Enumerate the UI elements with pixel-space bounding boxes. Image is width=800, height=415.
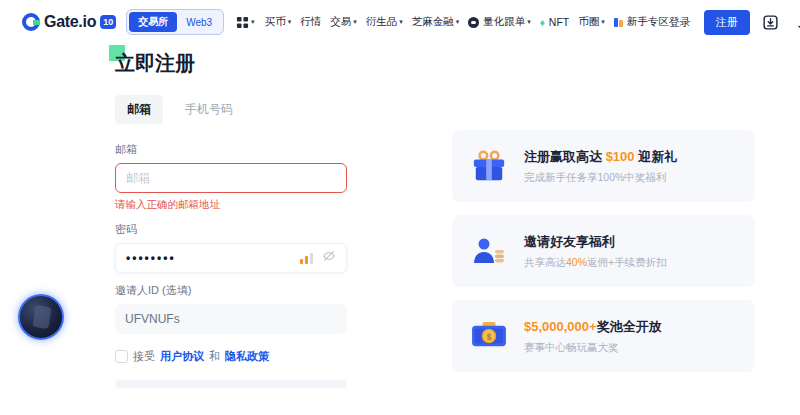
support-chat-widget[interactable]: [18, 294, 64, 340]
prize-pool-icon: $: [470, 320, 508, 352]
chevron-down-icon: ▾: [353, 18, 357, 26]
promo-subtitle: 赛事中心畅玩赢大奖: [524, 341, 662, 355]
tab-email[interactable]: 邮箱: [115, 95, 163, 124]
nav-nft[interactable]: ♦ NFT: [540, 16, 570, 28]
nav-finance[interactable]: 芝麻金融 ▾: [412, 15, 460, 29]
promo-text: 邀请好友享福利 共享高达40%返佣+手续费折扣: [524, 233, 667, 270]
chevron-down-icon: ▾: [251, 18, 255, 26]
nav-label: 币圈: [578, 15, 599, 29]
nav-crypto-circle[interactable]: 币圈 ▾: [578, 15, 605, 29]
gateio-logo[interactable]: Gate.io 10: [22, 13, 116, 31]
promo-title: 邀请好友享福利: [524, 233, 667, 251]
promo-subtitle: 完成新手任务享100%中奖福利: [524, 171, 677, 185]
register-button[interactable]: 注册: [704, 10, 750, 35]
apps-grid-icon: [236, 16, 249, 29]
download-app-icon[interactable]: [763, 14, 779, 30]
register-method-tabs: 邮箱 手机号码: [115, 95, 347, 124]
nav-label: 衍生品: [366, 15, 398, 29]
nft-gem-icon: ♦: [540, 17, 545, 28]
promo-card-welcome-gift[interactable]: 注册赢取高达 $100 迎新礼 完成新手任务享100%中奖福利: [452, 130, 755, 202]
promo-text: $5,000,000+奖池全开放 赛事中心畅玩赢大奖: [524, 318, 662, 355]
password-label: 密码: [115, 222, 347, 237]
nav-label: 量化跟单: [483, 15, 525, 29]
nav-label: 交易: [330, 15, 351, 29]
nav-copy-trading[interactable]: 量化跟单 ▾: [468, 15, 531, 29]
newbie-zone-icon: [614, 18, 623, 27]
top-nav: Gate.io 10 交易所 Web3 ▾ 买币 ▾ 行情 交易 ▾: [0, 0, 800, 44]
product-toggle: 交易所 Web3: [126, 9, 224, 35]
promo-title: 注册赢取高达 $100 迎新礼: [524, 148, 677, 166]
terms-link[interactable]: 用户协议: [160, 349, 204, 364]
register-submit-button[interactable]: [115, 380, 347, 388]
nav-newbie-zone[interactable]: 新手专区: [614, 15, 669, 29]
main-menu: 买币 ▾ 行情 交易 ▾ 衍生品 ▾ 芝麻金融 ▾ 量化跟单 ▾: [265, 15, 669, 29]
login-link[interactable]: 登录: [669, 15, 691, 30]
anniversary-badge: 10: [100, 15, 116, 29]
nav-label: NFT: [549, 16, 569, 28]
promo-card-prize-pool[interactable]: $ $5,000,000+奖池全开放 赛事中心畅玩赢大奖: [452, 300, 755, 372]
invite-friends-icon: [470, 235, 508, 267]
agreement-row: 接受 用户协议 和 隐私政策: [115, 349, 347, 364]
main-content: 立即注册 邮箱 手机号码 邮箱 请输入正确的邮箱地址 密码 ••••••••: [0, 44, 800, 415]
email-label: 邮箱: [115, 142, 347, 157]
svg-text:$: $: [487, 332, 492, 342]
chevron-down-icon: ▾: [288, 18, 292, 26]
agreement-checkbox[interactable]: [115, 350, 128, 363]
copy-trading-icon: [468, 17, 479, 28]
password-input[interactable]: ••••••••: [115, 243, 347, 273]
gift-icon: [470, 149, 508, 183]
agreement-prefix: 接受: [133, 349, 155, 364]
chevron-down-icon: ▾: [601, 18, 605, 26]
nav-markets[interactable]: 行情: [300, 15, 321, 29]
nav-label: 芝麻金融: [412, 15, 454, 29]
nav-buy-crypto[interactable]: 买币 ▾: [265, 15, 292, 29]
toggle-exchange[interactable]: 交易所: [129, 12, 177, 32]
page-title: 立即注册: [115, 50, 347, 77]
promo-list: 注册赢取高达 $100 迎新礼 完成新手任务享100%中奖福利: [452, 130, 755, 385]
chevron-down-icon: ▾: [456, 18, 460, 26]
nav-label: 行情: [300, 15, 321, 29]
apps-grid-button[interactable]: ▾: [236, 16, 255, 29]
promo-title: $5,000,000+奖池全开放: [524, 318, 662, 336]
nav-label: 新手专区: [627, 15, 669, 29]
register-form: 立即注册 邮箱 手机号码 邮箱 请输入正确的邮箱地址 密码 ••••••••: [115, 50, 347, 388]
nav-label: 买币: [265, 15, 286, 29]
chevron-down-icon: ▾: [527, 18, 531, 26]
nav-derivatives[interactable]: 衍生品 ▾: [366, 15, 403, 29]
promo-subtitle: 共享高达40%返佣+手续费折扣: [524, 256, 667, 270]
inviter-id-label: 邀请人ID (选填): [115, 283, 347, 298]
logo-text: Gate.io: [44, 13, 96, 31]
agreement-conjunction: 和: [209, 349, 220, 364]
tab-phone[interactable]: 手机号码: [173, 95, 245, 124]
email-input[interactable]: [115, 163, 347, 193]
gateio-logo-icon: [22, 13, 40, 31]
password-strength-indicator: [300, 253, 313, 264]
header-actions: 登录 注册: [669, 10, 800, 35]
theme-moon-icon[interactable]: [792, 14, 800, 30]
chevron-down-icon: ▾: [399, 18, 403, 26]
password-masked-value: ••••••••: [126, 252, 300, 264]
promo-card-invite-friends[interactable]: 邀请好友享福利 共享高达40%返佣+手续费折扣: [452, 215, 755, 287]
gateio-register-page: Gate.io 10 交易所 Web3 ▾ 买币 ▾ 行情 交易 ▾: [0, 0, 800, 415]
nav-trade[interactable]: 交易 ▾: [330, 15, 357, 29]
inviter-id-input[interactable]: [115, 304, 347, 334]
email-error-message: 请输入正确的邮箱地址: [115, 198, 347, 212]
eye-visibility-icon[interactable]: [322, 249, 336, 267]
privacy-link[interactable]: 隐私政策: [225, 349, 269, 364]
promo-text: 注册赢取高达 $100 迎新礼 完成新手任务享100%中奖福利: [524, 148, 677, 185]
toggle-web3[interactable]: Web3: [177, 14, 221, 31]
